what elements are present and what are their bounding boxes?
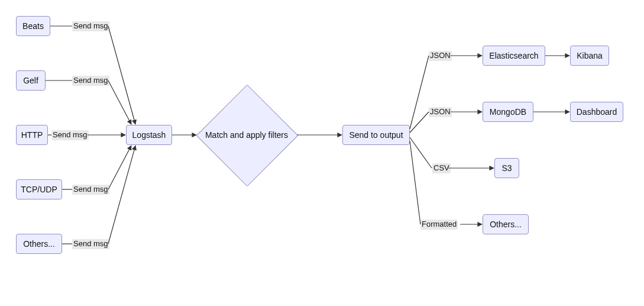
node-dashboard: Dashboard <box>570 102 623 122</box>
node-label: Kibana <box>577 51 603 60</box>
node-label: Beats <box>22 21 44 31</box>
node-label: S3 <box>501 163 512 173</box>
node-label: Logstash <box>132 130 166 140</box>
edge-label-send-msg: Send msg <box>72 21 109 31</box>
svg-line-16 <box>410 137 432 168</box>
node-label: Others... <box>490 220 522 229</box>
svg-line-12 <box>410 56 429 129</box>
node-label: TCP/UDP <box>21 185 57 194</box>
svg-line-9 <box>108 146 135 244</box>
edge-label-formatted: Formatted <box>420 220 458 230</box>
node-s3: S3 <box>494 158 519 178</box>
node-label: MongoDB <box>490 107 526 117</box>
node-elasticsearch: Elasticsearch <box>483 46 545 66</box>
node-label: Send to output <box>349 130 403 140</box>
edge-label-send-msg: Send msg <box>51 130 89 140</box>
node-mongodb: MongoDB <box>483 102 533 122</box>
svg-line-18 <box>410 141 420 224</box>
edge-label-send-msg: Send msg <box>72 239 109 249</box>
svg-line-14 <box>410 112 429 133</box>
node-label: Others... <box>23 239 55 249</box>
edges-layer <box>0 0 644 306</box>
node-filters: Match and apply filters <box>196 85 297 185</box>
node-label: Elasticsearch <box>489 51 538 60</box>
node-label: HTTP <box>21 130 43 140</box>
edge-label-json: JSON <box>429 51 452 61</box>
node-label: Dashboard <box>577 107 617 117</box>
node-label: Match and apply filters <box>205 130 288 140</box>
node-kibana: Kibana <box>570 46 609 66</box>
svg-line-3 <box>108 80 131 124</box>
edge-label-send-msg: Send msg <box>72 185 109 195</box>
node-tcpudp: TCP/UDP <box>16 179 62 199</box>
node-others-out: Others... <box>483 214 529 234</box>
edge-label-json: JSON <box>429 107 452 117</box>
edge-label-csv: CSV <box>432 163 451 173</box>
node-http: HTTP <box>16 125 48 145</box>
node-logstash: Logstash <box>126 125 172 145</box>
node-beats: Beats <box>16 16 50 36</box>
edge-label-send-msg: Send msg <box>72 76 109 86</box>
node-gelf: Gelf <box>16 70 46 91</box>
node-label: Gelf <box>23 76 38 85</box>
node-others-in: Others... <box>16 234 62 254</box>
svg-line-1 <box>108 26 135 124</box>
node-send-to-output: Send to output <box>342 125 410 145</box>
svg-line-7 <box>108 146 131 189</box>
